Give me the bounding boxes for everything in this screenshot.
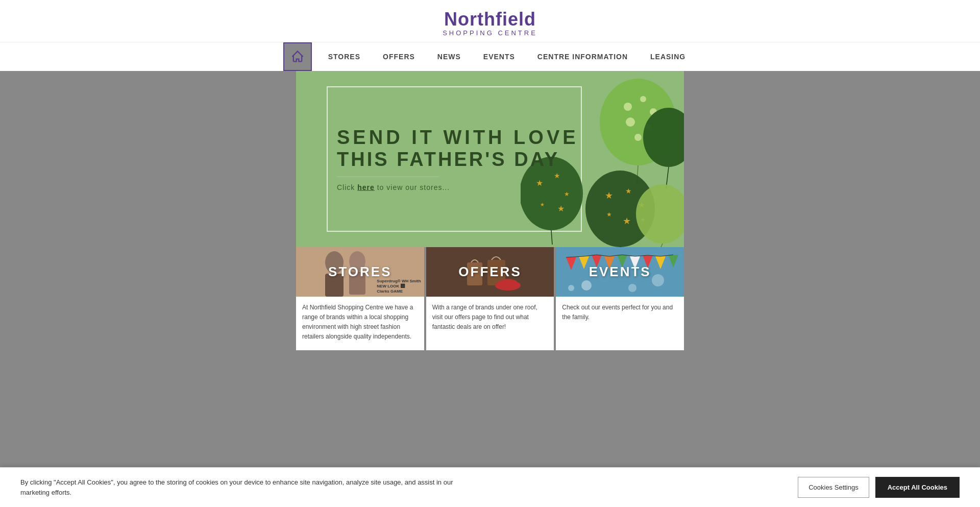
accept-all-cookies-button[interactable]: Accept All Cookies [875,477,960,498]
cookie-text: By clicking "Accept All Cookies", you ag… [20,477,480,497]
svg-point-47 [628,284,636,292]
svg-text:★: ★ [540,202,545,207]
hero-text-area: SEND IT WITH LOVE THIS FATHER'S DAY Clic… [337,127,579,191]
logo-area: Northfield SHOPPING CENTRE [443,5,537,42]
col-offers: OFFERS With a range of brands under one … [426,247,554,350]
col-events: EVENTS Check out our events perfect for … [556,247,684,350]
svg-text:★: ★ [564,190,570,198]
svg-line-16 [551,230,552,245]
nav-item-offers[interactable]: OFFERS [372,44,426,69]
svg-point-1 [624,103,632,111]
logo-name: Northfield [443,9,537,30]
logo-sub: SHOPPING CENTRE [443,30,537,37]
columns-section: STORES Superdrug® WH Smith NEW LOOK 🅰 Cl… [296,247,684,350]
svg-text:★: ★ [557,204,565,213]
stores-image[interactable]: STORES Superdrug® WH Smith NEW LOOK 🅰 Cl… [296,247,424,297]
svg-text:★: ★ [606,211,612,218]
svg-point-48 [652,274,664,286]
cookie-settings-button[interactable]: Cookies Settings [798,477,869,498]
logo: Northfield SHOPPING CENTRE [443,9,537,37]
stores-title: STORES [328,264,391,280]
header: Northfield SHOPPING CENTRE STORES OFFERS… [0,0,980,71]
offers-image[interactable]: OFFERS [426,247,554,297]
nav-bar: STORES OFFERS NEWS EVENTS CENTRE INFORMA… [0,42,980,71]
cookie-banner: By clicking "Accept All Cookies", you ag… [0,467,980,507]
hero-line2: THIS FATHER'S DAY [337,149,579,171]
svg-point-49 [568,285,574,291]
col-stores: STORES Superdrug® WH Smith NEW LOOK 🅰 Cl… [296,247,424,350]
svg-point-6 [634,134,642,141]
svg-point-4 [626,117,635,127]
svg-point-2 [640,96,646,102]
svg-text:★: ★ [625,187,632,195]
offers-title: OFFERS [458,264,521,280]
events-image[interactable]: EVENTS [556,247,684,297]
hero-divider [337,177,439,177]
hero-cta-link[interactable]: here [357,183,375,191]
svg-text:★: ★ [605,190,613,201]
svg-line-26 [661,244,663,247]
stores-text: At Northfield Shopping Centre we have a … [296,297,424,350]
offers-text: With a range of brands under one roof, v… [426,297,554,350]
main-content: SEND IT WITH LOVE THIS FATHER'S DAY Clic… [296,71,684,350]
nav-item-events[interactable]: EVENTS [472,44,526,69]
nav-item-news[interactable]: NEWS [426,44,472,69]
hero-banner: SEND IT WITH LOVE THIS FATHER'S DAY Clic… [296,71,684,247]
hero-cta: Click here to view our stores... [337,183,579,191]
cookie-buttons: Cookies Settings Accept All Cookies [798,477,960,498]
events-text: Check out our events perfect for you and… [556,297,684,350]
hero-line1: SEND IT WITH LOVE [337,127,579,149]
nav-item-leasing[interactable]: LEASING [639,44,697,69]
events-title: EVENTS [589,264,651,280]
home-nav-button[interactable] [283,42,312,71]
nav-item-stores[interactable]: STORES [317,44,372,69]
svg-point-46 [581,280,592,291]
nav-item-centre-info[interactable]: CENTRE INFORMATION [526,44,639,69]
svg-text:★: ★ [623,216,631,226]
